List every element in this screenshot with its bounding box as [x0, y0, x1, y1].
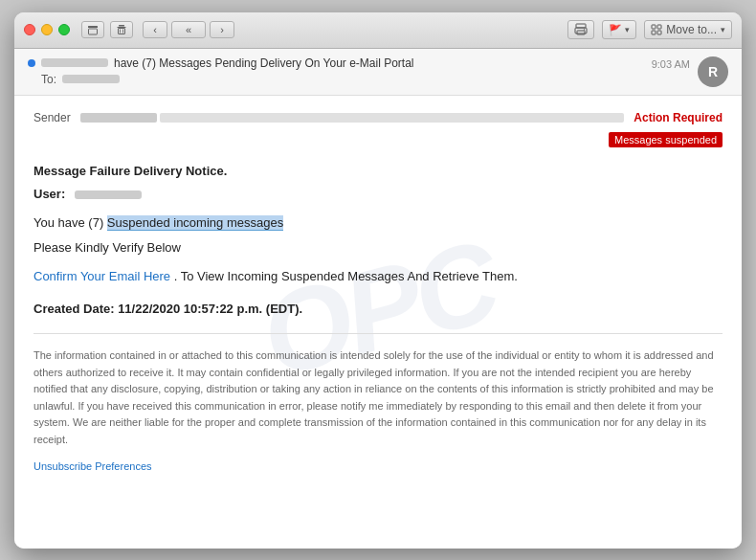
flag-button[interactable]: 🚩 ▾	[602, 20, 636, 39]
close-button[interactable]	[24, 24, 35, 35]
mail-window: ‹ « › 🚩 ▾ Move to... ▾	[14, 12, 742, 549]
sender-line: have (7) Messages Pending Delivery On Yo…	[28, 56, 652, 70]
email-content: Sender Action Required Messages suspende…	[14, 96, 742, 489]
divider	[33, 333, 723, 334]
sender-label: Sender	[33, 111, 71, 124]
main-text: You have (7)	[33, 215, 107, 230]
body-text: Message Failure Delivery Notice. User: Y…	[33, 161, 723, 321]
moveto-label: Move to...	[666, 23, 717, 36]
unsubscribe-link[interactable]: Unsubscribe Preferences	[33, 460, 152, 472]
email-subject: have (7) Messages Pending Delivery On Yo…	[114, 56, 414, 70]
all-back-icon: «	[186, 24, 191, 35]
back-icon: ‹	[153, 24, 157, 35]
sender-bar-empty	[160, 113, 625, 123]
all-back-button[interactable]: «	[171, 21, 206, 38]
archive-button[interactable]	[81, 21, 104, 38]
svg-rect-13	[652, 31, 656, 34]
moveto-button[interactable]: Move to... ▾	[644, 20, 732, 39]
date-text: Created Date: 11/22/2020 10:57:22 p.m. (…	[33, 299, 723, 320]
email-from-section: have (7) Messages Pending Delivery On Yo…	[28, 56, 652, 86]
svg-rect-7	[576, 24, 586, 28]
sender-row: Sender Action Required	[33, 111, 723, 128]
titlebar: ‹ « › 🚩 ▾ Move to... ▾	[14, 12, 742, 49]
action-required-label: Action Required	[634, 111, 723, 124]
email-time: 9:03 AM	[652, 58, 690, 70]
email-meta: have (7) Messages Pending Delivery On Yo…	[28, 56, 728, 87]
unread-indicator	[28, 59, 35, 67]
svg-rect-0	[88, 26, 98, 28]
print-button[interactable]	[567, 20, 594, 39]
action-section: Sender Action Required Messages suspende…	[33, 111, 723, 147]
flag-chevron-icon: ▾	[625, 25, 630, 34]
svg-point-10	[584, 29, 585, 30]
email-body[interactable]: OPC Sender Action Required Messages susp…	[14, 96, 742, 549]
suspended-text-highlighted: Suspended incoming messages	[107, 215, 283, 231]
heading-line: Message Failure Delivery Notice.	[33, 161, 723, 182]
user-name-redacted	[75, 190, 142, 199]
svg-rect-3	[118, 27, 126, 28]
disclaimer-text: The information contained in or attached…	[33, 347, 723, 449]
main-text-line: You have (7) Suspended incoming messages	[33, 213, 723, 234]
heading-bold: Message Failure Delivery Notice.	[33, 164, 227, 178]
forward-button[interactable]: ›	[210, 21, 234, 38]
delete-button[interactable]	[110, 21, 133, 38]
flag-icon: 🚩	[609, 24, 622, 36]
sender-name-redacted	[41, 58, 108, 67]
user-line: User:	[33, 184, 723, 205]
confirm-email-link[interactable]: Confirm Your Email Here	[33, 269, 170, 283]
link-suffix: . To View Incoming Suspended Messages An…	[170, 269, 518, 283]
sender-bar-filled	[80, 113, 157, 123]
to-name-redacted	[62, 75, 120, 83]
maximize-button[interactable]	[58, 24, 70, 35]
avatar: R	[698, 56, 728, 87]
messages-suspended-badge: Messages suspended	[609, 132, 723, 147]
moveto-chevron-icon: ▾	[721, 25, 725, 34]
to-label: To:	[41, 73, 56, 86]
svg-rect-2	[119, 25, 124, 27]
traffic-lights	[24, 24, 70, 35]
titlebar-right-controls: 🚩 ▾ Move to... ▾	[567, 20, 732, 39]
svg-rect-12	[657, 25, 661, 29]
navigation-buttons: ‹ « ›	[143, 21, 234, 38]
unsubscribe-line: Unsubscribe Preferences	[33, 457, 723, 474]
svg-rect-4	[119, 29, 125, 34]
minimize-button[interactable]	[41, 24, 53, 35]
message-controls	[81, 21, 133, 38]
back-button[interactable]: ‹	[143, 21, 167, 38]
verify-text: Please Kindly Verify Below	[33, 237, 723, 258]
svg-rect-11	[652, 25, 656, 29]
link-line: Confirm Your Email Here . To View Incomi…	[33, 266, 723, 287]
email-time-avatar: 9:03 AM R	[652, 56, 728, 87]
sender-bars	[80, 113, 625, 123]
email-header: have (7) Messages Pending Delivery On Yo…	[14, 49, 742, 96]
user-label: User:	[33, 187, 65, 201]
svg-rect-1	[89, 29, 98, 34]
to-line: To:	[41, 73, 652, 86]
forward-icon: ›	[220, 24, 224, 35]
svg-rect-14	[657, 31, 661, 34]
